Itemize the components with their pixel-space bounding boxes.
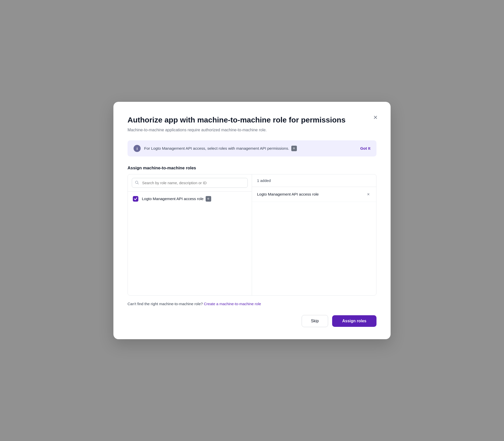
api-icon: ⚙ [291, 146, 297, 151]
info-banner-text: For Logto Management API access, select … [144, 146, 357, 151]
role-label: Logto Management API access role [142, 197, 204, 201]
added-count-header: 1 added [252, 174, 376, 187]
right-role-list: Logto Management API access role × [252, 187, 376, 295]
info-icon: i [134, 145, 141, 152]
modal-overlay: × Authorize app with machine-to-machine … [0, 0, 504, 441]
added-role-name: Logto Management API access role [257, 192, 319, 197]
action-buttons: Skip Assign roles [128, 315, 376, 327]
list-item[interactable]: Logto Management API access role ⚙ [128, 192, 252, 206]
roles-table: Logto Management API access role ⚙ 1 add… [128, 174, 376, 296]
footer-text: Can't find the right machine-to-machine … [128, 302, 376, 306]
skip-button[interactable]: Skip [302, 315, 328, 327]
info-banner-message: For Logto Management API access, select … [144, 146, 289, 151]
close-button[interactable]: × [372, 113, 379, 122]
list-item: Logto Management API access role × [252, 187, 376, 202]
role-checkbox-checked[interactable] [133, 196, 138, 202]
left-role-list: Logto Management API access role ⚙ [128, 192, 252, 292]
role-api-tag: ⚙ [206, 196, 211, 202]
table-left-column: Logto Management API access role ⚙ [128, 174, 252, 295]
table-right-column: 1 added Logto Management API access role… [252, 174, 376, 295]
modal-title: Authorize app with machine-to-machine ro… [128, 115, 376, 125]
search-input[interactable] [132, 178, 248, 188]
search-box [128, 174, 252, 192]
create-role-link[interactable]: Create a machine-to-machine role [204, 302, 261, 306]
search-wrapper [132, 178, 248, 188]
modal-subtitle: Machine-to-machine applications require … [128, 128, 376, 132]
role-name-left: Logto Management API access role ⚙ [142, 196, 211, 202]
section-title: Assign machine-to-machine roles [128, 166, 376, 171]
got-it-button[interactable]: Got It [360, 146, 370, 151]
search-icon [135, 180, 139, 185]
remove-role-button[interactable]: × [365, 192, 371, 197]
info-banner: i For Logto Management API access, selec… [128, 140, 376, 156]
modal-dialog: × Authorize app with machine-to-machine … [113, 102, 391, 339]
assign-roles-button[interactable]: Assign roles [332, 315, 376, 327]
svg-line-1 [138, 183, 139, 184]
